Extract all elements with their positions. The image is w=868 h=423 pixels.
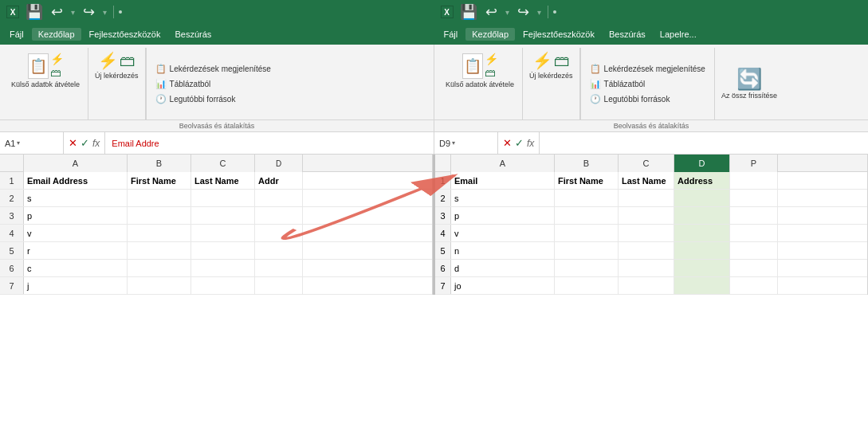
cell-A7-left[interactable]: j — [24, 277, 128, 294]
cell-C5-right[interactable] — [619, 242, 674, 259]
from-table-btn-right[interactable]: 📊 Táblázatból — [587, 78, 708, 90]
cell-C2-left[interactable] — [191, 190, 255, 206]
menu-fajl-left[interactable]: Fájl — [3, 28, 30, 41]
cell-A4-right[interactable]: v — [451, 225, 555, 241]
menu-fejleszto-left[interactable]: Fejlesztőeszközök — [83, 28, 167, 41]
insert-function-right[interactable]: fx — [527, 138, 534, 149]
cell-B5-right[interactable] — [555, 242, 619, 259]
cell-A7-right[interactable]: jo — [451, 277, 555, 294]
cell-A3-right[interactable]: p — [451, 207, 555, 224]
cell-B7-left[interactable] — [128, 277, 191, 294]
cell-C4-right[interactable] — [619, 225, 674, 241]
cell-D5-left[interactable] — [255, 242, 303, 259]
insert-function-left[interactable]: fx — [92, 138, 100, 149]
cell-B2-right[interactable] — [555, 190, 619, 206]
cell-B3-left[interactable] — [128, 207, 191, 224]
cell-ref-right[interactable]: D9 ▾ — [434, 132, 498, 154]
cancel-formula-right[interactable]: ✕ — [503, 137, 512, 149]
cell-C6-left[interactable] — [191, 260, 255, 276]
cell-E4-right[interactable] — [730, 225, 778, 241]
new-query-btn-left[interactable]: ⚡ 🗃 Új lekérdezés — [95, 51, 139, 80]
cell-A1-left[interactable]: Email Address — [24, 172, 128, 189]
undo-dropdown[interactable]: ▾ — [69, 8, 77, 17]
col-header-C-right[interactable]: C — [619, 155, 674, 172]
cell-ref-dropdown-left[interactable]: ▾ — [17, 139, 20, 147]
undo-button[interactable]: ↩ — [49, 3, 65, 21]
cell-E5-right[interactable] — [730, 242, 778, 259]
menu-fajl-right[interactable]: Fájl — [438, 28, 465, 41]
cell-B5-left[interactable] — [128, 242, 191, 259]
cell-B1-right[interactable]: First Name — [555, 172, 619, 189]
cell-E1-right[interactable] — [730, 172, 778, 189]
cell-B3-right[interactable] — [555, 207, 619, 224]
cell-A3-left[interactable]: p — [24, 207, 128, 224]
cell-A4-left[interactable]: v — [24, 225, 128, 241]
menu-beszuras-left[interactable]: Beszúrás — [168, 28, 218, 41]
cell-D3-left[interactable] — [255, 207, 303, 224]
col-header-C-left[interactable]: C — [191, 155, 255, 172]
cell-C3-left[interactable] — [191, 207, 255, 224]
col-header-B-left[interactable]: B — [128, 155, 191, 172]
cell-A2-right[interactable]: s — [451, 190, 555, 206]
cell-D7-right[interactable] — [674, 277, 730, 294]
col-header-D-right[interactable]: D — [674, 155, 730, 172]
menu-kezdolap-left[interactable]: Kezdőlap — [32, 28, 81, 41]
cell-E6-right[interactable] — [730, 260, 778, 276]
cell-A6-right[interactable]: d — [451, 260, 555, 276]
cell-A2-left[interactable]: s — [24, 190, 128, 206]
cell-C1-left[interactable]: Last Name — [191, 172, 255, 189]
cell-ref-left[interactable]: A1 ▾ — [0, 132, 64, 154]
cell-C4-left[interactable] — [191, 225, 255, 241]
menu-beszuras-right[interactable]: Beszúrás — [603, 28, 652, 41]
redo-button[interactable]: ↪ — [81, 3, 96, 21]
cell-D1-right[interactable]: Address — [674, 172, 730, 189]
cell-D2-left[interactable] — [255, 190, 303, 206]
cell-E2-right[interactable] — [730, 190, 778, 206]
cell-D6-left[interactable] — [255, 260, 303, 276]
cell-B7-right[interactable] — [555, 277, 619, 294]
cell-D3-right[interactable] — [674, 207, 730, 224]
cell-A1-right[interactable]: Email — [451, 172, 555, 189]
external-data-btn-right[interactable]: 📋 ⚡ 🗃 Külső adatok átvétele — [444, 51, 516, 91]
confirm-formula-right[interactable]: ✓ — [515, 137, 524, 149]
cell-D6-right[interactable] — [674, 260, 730, 276]
from-table-btn-left[interactable]: 📊 Táblázatból — [153, 78, 273, 90]
confirm-formula-left[interactable]: ✓ — [81, 137, 89, 149]
cell-C5-left[interactable] — [191, 242, 255, 259]
save-button-2[interactable]: 💾 — [458, 3, 479, 21]
cell-B2-left[interactable] — [128, 190, 191, 206]
cell-B6-right[interactable] — [555, 260, 619, 276]
recent-sources-btn-right[interactable]: 🕐 Legutóbbi források — [587, 93, 708, 105]
save-button[interactable]: 💾 — [24, 3, 45, 21]
menu-fejleszto-right[interactable]: Fejlesztőeszközök — [516, 28, 601, 41]
cell-A5-left[interactable]: r — [24, 242, 128, 259]
cell-E3-right[interactable] — [730, 207, 778, 224]
cell-A5-right[interactable]: n — [451, 242, 555, 259]
cell-B6-left[interactable] — [128, 260, 191, 276]
cell-C1-right[interactable]: Last Name — [619, 172, 674, 189]
queries-display-btn-left[interactable]: 📋 Lekérdezések megjelenítése — [153, 63, 273, 75]
col-header-B-right[interactable]: B — [555, 155, 619, 172]
queries-display-btn-right[interactable]: 📋 Lekérdezések megjelenítése — [587, 63, 708, 75]
cell-B4-right[interactable] — [555, 225, 619, 241]
cell-C7-left[interactable] — [191, 277, 255, 294]
redo-dropdown-2[interactable]: ▾ — [536, 8, 543, 17]
col-header-E-right[interactable]: P — [730, 155, 778, 172]
cell-C3-right[interactable] — [619, 207, 674, 224]
cell-A6-left[interactable]: c — [24, 260, 128, 276]
redo-button-2[interactable]: ↪ — [516, 3, 531, 21]
cell-D2-right[interactable] — [674, 190, 730, 206]
menu-kezdolap-right[interactable]: Kezdőlap — [465, 28, 515, 41]
cell-B4-left[interactable] — [128, 225, 191, 241]
cell-ref-dropdown-right[interactable]: ▾ — [452, 139, 455, 147]
col-header-A-left[interactable]: A — [24, 155, 128, 172]
cell-D1-left[interactable]: Addr — [255, 172, 303, 189]
refresh-btn-right[interactable]: 🔄 Az össz frissítése — [721, 67, 777, 100]
cell-C7-right[interactable] — [619, 277, 674, 294]
cancel-formula-left[interactable]: ✕ — [69, 137, 77, 149]
cell-C2-right[interactable] — [619, 190, 674, 206]
cell-D7-left[interactable] — [255, 277, 303, 294]
col-header-A-right[interactable]: A — [451, 155, 555, 172]
undo-dropdown-2[interactable]: ▾ — [504, 8, 511, 17]
recent-sources-btn-left[interactable]: 🕐 Legutóbbi források — [153, 93, 273, 105]
